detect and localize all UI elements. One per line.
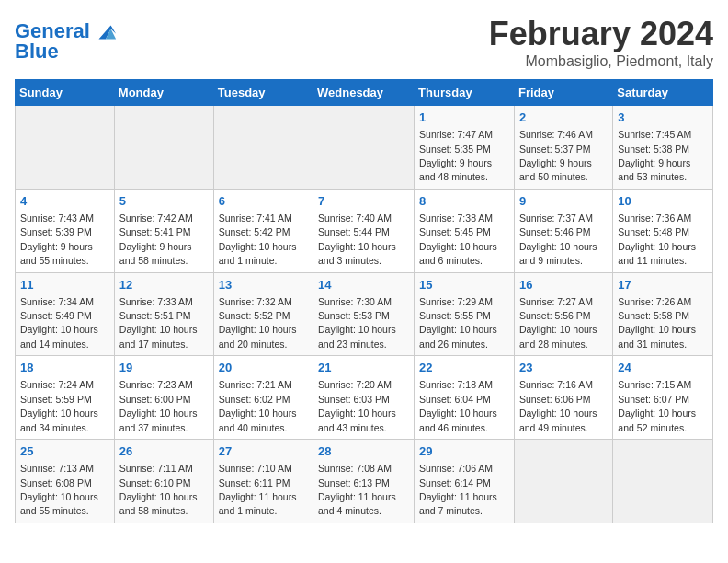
day-detail: Sunrise: 7:20 AMSunset: 6:03 PMDaylight:… [318,379,396,432]
day-detail: Sunrise: 7:40 AMSunset: 5:44 PMDaylight:… [318,213,396,266]
day-number: 16 [519,277,608,293]
day-detail: Sunrise: 7:16 AMSunset: 6:06 PMDaylight:… [519,379,597,432]
calendar-cell: 16Sunrise: 7:27 AMSunset: 5:56 PMDayligh… [514,272,612,356]
day-number: 18 [20,360,109,376]
day-detail: Sunrise: 7:38 AMSunset: 5:45 PMDaylight:… [419,213,497,266]
day-number: 21 [318,360,409,376]
calendar-cell: 19Sunrise: 7:23 AMSunset: 6:00 PMDayligh… [114,356,213,440]
day-detail: Sunrise: 7:21 AMSunset: 6:02 PMDaylight:… [219,379,297,432]
day-number: 4 [20,193,109,210]
calendar-cell [213,106,313,190]
day-detail: Sunrise: 7:34 AMSunset: 5:49 PMDaylight:… [20,296,98,350]
calendar-cell: 17Sunrise: 7:26 AMSunset: 5:58 PMDayligh… [613,272,713,356]
day-number: 9 [519,193,608,210]
calendar-cell: 27Sunrise: 7:10 AMSunset: 6:11 PMDayligh… [213,440,313,523]
calendar-cell: 8Sunrise: 7:38 AMSunset: 5:45 PMDaylight… [415,189,515,272]
weekday-header-tuesday: Tuesday [213,80,313,106]
calendar-cell [613,440,713,523]
day-detail: Sunrise: 7:15 AMSunset: 6:07 PMDaylight:… [618,379,696,432]
calendar-week-5: 25Sunrise: 7:13 AMSunset: 6:08 PMDayligh… [16,440,713,523]
day-number: 5 [119,193,209,210]
day-detail: Sunrise: 7:33 AMSunset: 5:51 PMDaylight:… [119,296,198,350]
day-number: 8 [419,193,509,210]
calendar-cell [514,440,612,523]
day-number: 26 [119,443,209,460]
calendar-table: SundayMondayTuesdayWednesdayThursdayFrid… [15,79,713,523]
day-number: 6 [219,193,308,210]
weekday-header-row: SundayMondayTuesdayWednesdayThursdayFrid… [16,80,713,106]
calendar-cell: 5Sunrise: 7:42 AMSunset: 5:41 PMDaylight… [114,189,213,272]
day-number: 24 [618,360,708,376]
day-detail: Sunrise: 7:10 AMSunset: 6:11 PMDaylight:… [219,463,297,516]
calendar-cell [16,106,115,190]
day-detail: Sunrise: 7:37 AMSunset: 5:46 PMDaylight:… [519,213,597,266]
day-detail: Sunrise: 7:23 AMSunset: 6:00 PMDaylight:… [119,379,198,432]
calendar-cell: 29Sunrise: 7:06 AMSunset: 6:14 PMDayligh… [415,440,515,523]
day-number: 1 [419,109,509,126]
calendar-cell: 3Sunrise: 7:45 AMSunset: 5:38 PMDaylight… [613,106,713,190]
calendar-week-1: 1Sunrise: 7:47 AMSunset: 5:35 PMDaylight… [16,106,713,190]
logo: General Blue [15,18,118,63]
weekday-header-friday: Friday [514,80,612,106]
calendar-cell: 22Sunrise: 7:18 AMSunset: 6:04 PMDayligh… [415,356,515,440]
calendar-cell: 10Sunrise: 7:36 AMSunset: 5:48 PMDayligh… [613,189,713,272]
weekday-header-sunday: Sunday [16,80,115,106]
day-detail: Sunrise: 7:06 AMSunset: 6:14 PMDaylight:… [419,463,497,516]
day-detail: Sunrise: 7:36 AMSunset: 5:48 PMDaylight:… [618,213,696,266]
calendar-cell: 1Sunrise: 7:47 AMSunset: 5:35 PMDaylight… [415,106,515,190]
day-detail: Sunrise: 7:24 AMSunset: 5:59 PMDaylight:… [20,379,98,432]
day-detail: Sunrise: 7:47 AMSunset: 5:35 PMDaylight:… [419,129,493,182]
calendar-cell: 18Sunrise: 7:24 AMSunset: 5:59 PMDayligh… [16,356,115,440]
calendar-cell: 26Sunrise: 7:11 AMSunset: 6:10 PMDayligh… [114,440,213,523]
day-detail: Sunrise: 7:18 AMSunset: 6:04 PMDaylight:… [419,379,497,432]
day-detail: Sunrise: 7:11 AMSunset: 6:10 PMDaylight:… [119,463,198,516]
day-number: 17 [618,277,708,293]
weekday-header-monday: Monday [114,80,213,106]
weekday-header-saturday: Saturday [613,80,713,106]
day-detail: Sunrise: 7:46 AMSunset: 5:37 PMDaylight:… [519,129,593,182]
calendar-cell: 13Sunrise: 7:32 AMSunset: 5:52 PMDayligh… [213,272,313,356]
day-number: 12 [119,277,209,293]
day-number: 27 [219,443,308,460]
day-detail: Sunrise: 7:13 AMSunset: 6:08 PMDaylight:… [20,463,98,516]
calendar-cell: 28Sunrise: 7:08 AMSunset: 6:13 PMDayligh… [313,440,415,523]
weekday-header-thursday: Thursday [415,80,515,106]
weekday-header-wednesday: Wednesday [313,80,415,106]
day-number: 19 [119,360,209,376]
day-number: 22 [419,360,509,376]
day-number: 14 [318,277,409,293]
day-detail: Sunrise: 7:26 AMSunset: 5:58 PMDaylight:… [618,296,696,350]
calendar-cell: 21Sunrise: 7:20 AMSunset: 6:03 PMDayligh… [313,356,415,440]
day-number: 7 [318,193,409,210]
day-number: 29 [419,443,509,460]
day-detail: Sunrise: 7:42 AMSunset: 5:41 PMDaylight:… [119,213,193,266]
day-number: 20 [219,360,308,376]
day-detail: Sunrise: 7:29 AMSunset: 5:55 PMDaylight:… [419,296,497,350]
title-area: February 2024 Mombasiglio, Piedmont, Ita… [489,15,713,70]
calendar-week-4: 18Sunrise: 7:24 AMSunset: 5:59 PMDayligh… [16,356,713,440]
calendar-cell: 9Sunrise: 7:37 AMSunset: 5:46 PMDaylight… [514,189,612,272]
calendar-week-3: 11Sunrise: 7:34 AMSunset: 5:49 PMDayligh… [16,272,713,356]
calendar-cell: 6Sunrise: 7:41 AMSunset: 5:42 PMDaylight… [213,189,313,272]
day-number: 11 [20,277,109,293]
day-detail: Sunrise: 7:41 AMSunset: 5:42 PMDaylight:… [219,213,297,266]
day-detail: Sunrise: 7:43 AMSunset: 5:39 PMDaylight:… [20,213,94,266]
calendar-cell: 7Sunrise: 7:40 AMSunset: 5:44 PMDaylight… [313,189,415,272]
day-detail: Sunrise: 7:08 AMSunset: 6:13 PMDaylight:… [318,463,396,516]
calendar-cell: 12Sunrise: 7:33 AMSunset: 5:51 PMDayligh… [114,272,213,356]
calendar-cell: 14Sunrise: 7:30 AMSunset: 5:53 PMDayligh… [313,272,415,356]
calendar-week-2: 4Sunrise: 7:43 AMSunset: 5:39 PMDaylight… [16,189,713,272]
day-number: 28 [318,443,409,460]
calendar-cell [313,106,415,190]
day-number: 25 [20,443,109,460]
day-detail: Sunrise: 7:27 AMSunset: 5:56 PMDaylight:… [519,296,597,350]
logo-icon [92,18,118,44]
location-title: Mombasiglio, Piedmont, Italy [489,53,713,70]
day-detail: Sunrise: 7:45 AMSunset: 5:38 PMDaylight:… [618,129,691,182]
day-number: 15 [419,277,509,293]
calendar-cell: 2Sunrise: 7:46 AMSunset: 5:37 PMDaylight… [514,106,612,190]
day-detail: Sunrise: 7:32 AMSunset: 5:52 PMDaylight:… [219,296,297,350]
month-title: February 2024 [489,15,713,53]
day-detail: Sunrise: 7:30 AMSunset: 5:53 PMDaylight:… [318,296,396,350]
calendar-cell: 25Sunrise: 7:13 AMSunset: 6:08 PMDayligh… [16,440,115,523]
